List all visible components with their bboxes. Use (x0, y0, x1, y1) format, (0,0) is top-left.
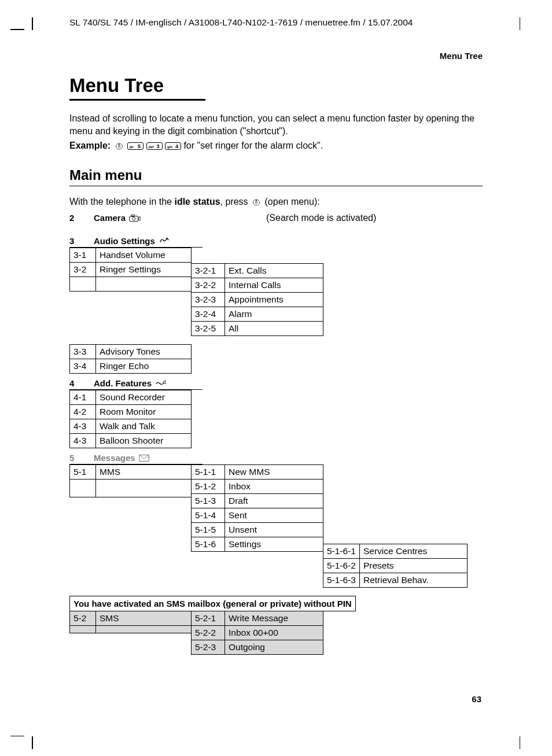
table-row: 5-1MMS (70, 465, 192, 480)
table-row: 3-2-4Alarm (192, 307, 323, 322)
camera-note: (Search mode is activated) (266, 213, 376, 223)
sound-icon (159, 237, 170, 245)
messages-table-right: 5-1-6-1Service Centres 5-1-6-2Presets 5-… (323, 544, 468, 588)
svg-point-7 (166, 238, 168, 239)
title-underline (69, 99, 205, 101)
main-menu-heading: Main menu (69, 167, 483, 183)
table-row: 3-1Handset Volume (70, 248, 192, 263)
table-row: 5-1-6-3Retrieval Behav. (323, 573, 468, 588)
section-num: 3 (69, 236, 94, 246)
table-row: 3-2-2Internal Calls (192, 278, 323, 293)
table-row: 5-2-1Write Message (192, 611, 323, 626)
sms-table-left: 5-2SMS (69, 611, 192, 633)
table-row: 3-2Ringer Settings (70, 263, 192, 277)
features-icon (155, 379, 167, 388)
section-2-row: 2 Camera (Search mode is activated) (69, 213, 483, 223)
table-row: 5-1-1New MMS (192, 465, 323, 480)
svg-rect-4 (130, 216, 138, 221)
table-row: 5-2SMS (70, 611, 192, 626)
table-row: 3-3Advisory Tones (70, 345, 192, 359)
svg-point-3 (256, 201, 257, 203)
table-row: 3-2-1Ext. Calls (192, 264, 323, 278)
table-row: 5-1-5Unsent (192, 523, 323, 537)
idle-instruction: With the telephone in the idle status, p… (69, 197, 483, 207)
sms-table-right: 5-2-1Write Message 5-2-2Inbox 00+00 5-2-… (191, 611, 323, 655)
navkey-icon (251, 198, 262, 206)
section-title-audio: Audio Settings (94, 236, 203, 246)
page-number: 63 (472, 694, 481, 704)
table-row: 4-2Room Monitor (70, 405, 192, 419)
key-3: def3 (146, 142, 163, 150)
table-row: 5-2-3Outgoing (192, 640, 323, 655)
section-num: 4 (69, 378, 94, 388)
example-line: Example: jkl5 def3 ghi4 for "set ringer … (69, 141, 483, 151)
svg-point-5 (133, 217, 135, 220)
example-label: Example: (69, 141, 111, 150)
header-section-title: Menu Tree (69, 51, 483, 61)
example-suffix: for "set ringer for the alarm clock". (183, 141, 323, 150)
camera-icon (129, 214, 141, 222)
section-title-addfeatures: Add. Features (94, 378, 203, 388)
sms-note: You have activated an SMS mailbox (gener… (69, 596, 356, 611)
section-title-messages: Messages (94, 453, 203, 463)
section-underline (69, 186, 483, 186)
section-title-camera: Camera (94, 213, 203, 223)
messages-table-mid: 5-1-1New MMS 5-1-2Inbox 5-1-3Draft 5-1-4… (191, 464, 323, 552)
audio-table-bottom: 3-3Advisory Tones 3-4Ringer Echo (69, 344, 192, 374)
table-row: 5-1-6Settings (192, 537, 323, 552)
section-num: 2 (69, 213, 94, 223)
table-row: 5-1-2Inbox (192, 480, 323, 494)
section-num: 5 (69, 453, 94, 463)
svg-point-1 (118, 145, 120, 147)
table-row: 3-2-3Appointments (192, 293, 323, 307)
table-row: 5-1-3Draft (192, 494, 323, 508)
table-row: 3-4Ringer Echo (70, 359, 192, 374)
intro-text: Instead of scrolling to locate a menu fu… (69, 112, 483, 137)
table-row (70, 287, 192, 292)
table-row: 3-2-5All (192, 322, 323, 336)
key-4: ghi4 (165, 142, 181, 150)
audio-table-right: 3-2-1Ext. Calls 3-2-2Internal Calls 3-2-… (191, 263, 323, 336)
table-row: 5-1-6-1Service Centres (323, 544, 468, 559)
table-row: 5-1-6-2Presets (323, 559, 468, 573)
audio-table-left: 3-1Handset Volume 3-2Ringer Settings (69, 248, 192, 292)
table-row: 5-2-2Inbox 00+00 (192, 626, 323, 640)
envelope-icon (139, 454, 150, 462)
messages-table-left: 5-1MMS (69, 464, 192, 497)
table-row: 4-1Sound Recorder (70, 390, 192, 405)
table-row: 4-3Walk and Talk (70, 419, 192, 434)
table-row: 4-3Balloon Shooter (70, 434, 192, 448)
addfeatures-table: 4-1Sound Recorder 4-2Room Monitor 4-3Wal… (69, 390, 192, 448)
key-5: jkl5 (127, 142, 143, 150)
file-path: SL 740/SL 745 / IM-englisch / A31008-L74… (69, 17, 483, 28)
navkey-icon (113, 142, 125, 150)
page-title: Menu Tree (69, 75, 483, 97)
table-row: 5-1-4Sent (192, 508, 323, 523)
